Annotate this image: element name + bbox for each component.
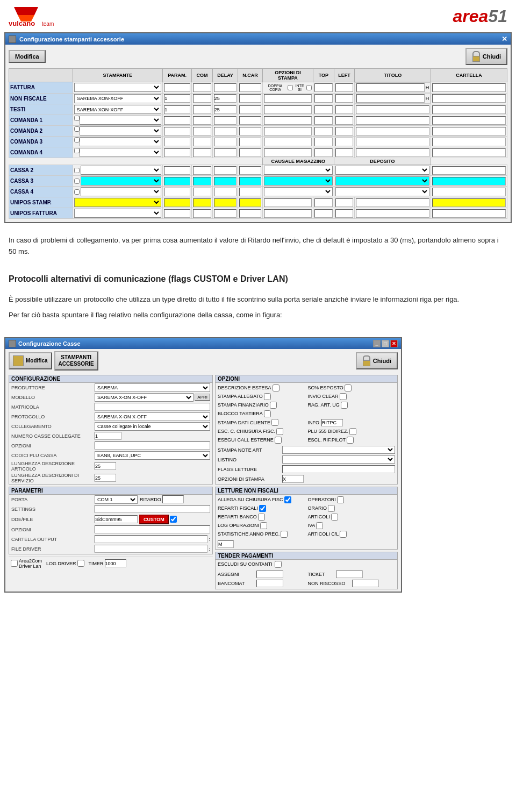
stampa-fin-cb[interactable] xyxy=(270,402,277,409)
testi-ncar[interactable] xyxy=(238,104,263,115)
testi-delay[interactable] xyxy=(212,104,238,115)
modello-select[interactable]: SAREMA X-ON X-OFF xyxy=(95,393,194,402)
fattura-stampante[interactable] xyxy=(73,82,163,94)
fattura-com[interactable] xyxy=(192,82,213,94)
fattura-left[interactable] xyxy=(334,82,355,94)
label-cassa2: CASSA 2 xyxy=(9,165,73,176)
produttore-select[interactable]: SAREMA xyxy=(95,383,210,392)
porta-select[interactable]: COM 1 xyxy=(95,495,138,504)
testi-stampante[interactable]: SAREMA XON-XOFF xyxy=(73,104,163,115)
nf-opzioni[interactable] xyxy=(262,93,313,104)
flags-letture-input[interactable] xyxy=(282,465,395,473)
collegamento-select[interactable]: Casse collegate in locale xyxy=(95,422,210,431)
m-input[interactable] xyxy=(218,540,234,548)
stampa-note-select[interactable] xyxy=(282,446,395,454)
stampa-allegato-cb[interactable] xyxy=(264,393,271,400)
custom-checkbox[interactable] xyxy=(170,516,177,523)
invio-clear-cb[interactable] xyxy=(340,393,347,400)
nf-ncar[interactable] xyxy=(238,93,263,104)
listino-label: LISTINO xyxy=(218,457,282,462)
listino-select[interactable] xyxy=(282,455,395,464)
apri-button[interactable]: APRI xyxy=(195,394,210,401)
escl-rif-cb[interactable] xyxy=(347,437,354,444)
testi-com[interactable] xyxy=(192,104,213,115)
statistiche-cb[interactable] xyxy=(281,531,288,538)
modifica-button2[interactable]: Modifica xyxy=(9,352,52,369)
blocco-tastiera-cb[interactable] xyxy=(264,410,271,417)
testi-param[interactable] xyxy=(163,104,192,115)
iva-cb[interactable] xyxy=(316,522,323,529)
lung-desc-serv-input[interactable] xyxy=(95,474,116,482)
non-riscosso-input[interactable] xyxy=(352,580,379,587)
fattura-ncar[interactable] xyxy=(238,82,263,94)
ritardo-input[interactable] xyxy=(162,495,184,503)
paragraph2: È possibile utilizzare un protocollo che… xyxy=(9,294,507,305)
protocollo-select[interactable]: SAREMA X-ON X-OFF xyxy=(95,412,210,421)
nf-delay[interactable] xyxy=(212,93,238,104)
log-driver-checkbox[interactable] xyxy=(77,560,84,567)
file-driver-input[interactable] xyxy=(95,545,207,553)
articoli-cb[interactable] xyxy=(331,514,338,521)
stampa-dati-cb[interactable] xyxy=(271,419,278,426)
chiudi-button[interactable]: Chiudi xyxy=(465,48,507,65)
matricola-input[interactable] xyxy=(95,403,210,411)
fattura-param[interactable] xyxy=(163,82,192,94)
field-file-driver: FILE DRIVER : xyxy=(9,544,212,554)
log-operazioni-cb[interactable] xyxy=(260,522,267,529)
testi-titolo[interactable] xyxy=(355,104,431,115)
timer-input[interactable] xyxy=(105,559,126,567)
lung-desc-art-input[interactable] xyxy=(95,462,116,470)
win-close[interactable]: ✕ xyxy=(390,340,398,347)
settings-input[interactable] xyxy=(95,505,210,513)
opzioni2-input[interactable] xyxy=(95,525,210,533)
operatori-cb[interactable] xyxy=(337,496,344,503)
c1-stampante[interactable] xyxy=(73,115,163,126)
fattura-cartella[interactable] xyxy=(431,82,507,94)
field-listino: LISTINO xyxy=(216,455,397,465)
opz-empty xyxy=(307,410,397,418)
nf-param[interactable] xyxy=(163,93,192,104)
testi-opzioni[interactable] xyxy=(262,104,313,115)
stampanti-accessorie-button[interactable]: STAMPANTI ACCESSORIE xyxy=(54,351,98,371)
area2com-checkbox[interactable] xyxy=(11,560,18,567)
modifica-button[interactable]: Modifica xyxy=(9,50,46,63)
codici-plu-select[interactable]: EAN8, EAN13 ,UPC xyxy=(95,451,210,460)
esegui-call-cb[interactable] xyxy=(275,437,282,444)
escludi-contanti-cb[interactable] xyxy=(275,561,282,568)
custom-button[interactable]: CUSTOM xyxy=(139,515,169,524)
orario-cb[interactable] xyxy=(328,505,335,512)
reparti-banco-cb[interactable] xyxy=(258,514,265,521)
nf-cartella[interactable] xyxy=(431,93,507,104)
assegni-input[interactable] xyxy=(256,571,283,578)
allega-chiusura-cb[interactable] xyxy=(284,496,291,503)
opz-stampa-input[interactable] xyxy=(282,475,304,483)
sc-esposto-cb[interactable] xyxy=(345,384,352,391)
cartella-output-input[interactable] xyxy=(95,535,207,543)
testi-left[interactable] xyxy=(334,104,355,115)
win-maximize[interactable]: □ xyxy=(382,340,389,347)
fattura-top[interactable] xyxy=(313,82,334,94)
win-minimize[interactable]: _ xyxy=(373,340,381,347)
desc-estesa-cb[interactable] xyxy=(273,384,280,391)
reparti-fiscali-cb[interactable] xyxy=(259,505,266,512)
articoli-cl-cb[interactable] xyxy=(340,531,347,538)
plu555-cb[interactable] xyxy=(349,428,356,435)
opzioni-input[interactable] xyxy=(95,441,210,450)
chiudi-button2[interactable]: Chiudi xyxy=(356,352,398,369)
ticket-input[interactable] xyxy=(336,571,363,578)
nf-top[interactable] xyxy=(313,93,334,104)
esc-chiusura-cb[interactable] xyxy=(276,428,283,435)
dialog1-close-btn[interactable]: ✕ xyxy=(501,35,507,43)
nf-left[interactable] xyxy=(334,93,355,104)
testi-cartella[interactable] xyxy=(431,104,507,115)
nf-stampante[interactable]: SAREMA XON-XOFF xyxy=(73,93,163,104)
bancomat-input[interactable] xyxy=(256,580,283,587)
nf-com[interactable] xyxy=(192,93,213,104)
rag-art-ug-cb[interactable] xyxy=(341,402,348,409)
opz-stampa-dati-cliente: STAMPA DATI CLIENTE xyxy=(217,418,306,427)
info-input[interactable] xyxy=(321,419,343,426)
num-casse-input[interactable] xyxy=(95,432,121,440)
testi-top[interactable] xyxy=(313,104,334,115)
fattura-delay[interactable] xyxy=(212,82,238,94)
dde-input[interactable] xyxy=(95,515,138,523)
